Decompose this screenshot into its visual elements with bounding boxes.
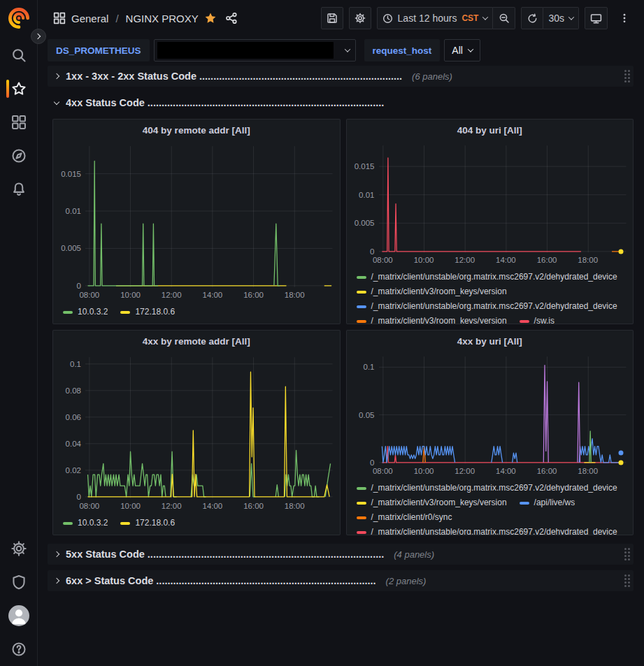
panel-title[interactable]: 4xx by remote addr [All] (53, 331, 340, 352)
y-axis-labels: 00.050.1 (352, 354, 379, 465)
chevron-down-icon (482, 14, 488, 20)
panel-404-by-uri: 404 by uri [All] 00.0050.010.015 08:0010… (346, 119, 634, 324)
legend-item[interactable]: 172.18.0.6 (120, 305, 175, 319)
row-5xx[interactable]: 5xx Status Code ........................… (48, 544, 634, 565)
row-panel-count: (2 panels) (386, 576, 427, 586)
row-4xx[interactable]: 4xx Status Code ........................… (48, 92, 634, 113)
y-tick-label: 0.08 (66, 386, 81, 395)
save-dashboard-button[interactable] (321, 7, 343, 29)
panel-404-by-remote-addr: 404 by remote addr [All] 00.0050.010.015… (52, 119, 341, 324)
x-axis-labels: 08:0010:0012:0014:0016:0018:00 (85, 290, 333, 303)
chevron-right-icon (54, 73, 59, 79)
top-navbar: General / NGINX PROXY (38, 0, 644, 36)
panel-title[interactable]: 4xx by uri [All] (347, 331, 634, 352)
active-section-indicator (6, 80, 9, 98)
sidebar-bottom-group (0, 532, 37, 666)
legend-item[interactable]: 10.0.3.2 (63, 516, 108, 530)
variable-label[interactable]: DS_PROMETHEUS (48, 39, 150, 61)
legend-item[interactable]: /_matrix/client/unstable/org.matrix.msc2… (357, 525, 617, 535)
legend-item[interactable]: /_matrix/client/unstable/org.matrix.msc2… (357, 481, 617, 495)
variable-value-dropdown[interactable]: All (444, 39, 480, 61)
chart-plot[interactable] (85, 354, 333, 500)
panel-title[interactable]: 404 by uri [All] (347, 120, 634, 140)
series-color-swatch (357, 531, 366, 534)
share-icon[interactable] (225, 12, 238, 24)
breadcrumb-dashboard[interactable]: NGINX PROXY (126, 13, 199, 24)
legend-item[interactable]: /_matrix/client/unstable/org.matrix.msc2… (357, 270, 617, 284)
y-tick-label: 0.05 (359, 411, 374, 419)
legend-item[interactable]: 10.0.3.2 (63, 305, 108, 319)
chevron-down-icon (54, 99, 59, 105)
row-drag-handle[interactable] (624, 548, 627, 550)
x-tick-label: 14:00 (202, 291, 222, 299)
sidebar-item-explore[interactable] (0, 139, 38, 173)
chevron-down-icon (568, 14, 574, 20)
zoom-out-time-button[interactable] (493, 7, 515, 29)
row-drag-handle[interactable] (624, 70, 627, 72)
chevron-down-icon (468, 46, 473, 52)
variable-value-dropdown[interactable] (154, 39, 356, 61)
series-color-swatch (357, 487, 366, 490)
sidebar-expand-button[interactable] (31, 29, 46, 44)
legend-item[interactable]: /_matrix/client/v3/room_keys/version (357, 314, 507, 324)
x-axis-labels: 08:0010:0012:0014:0016:0018:00 (85, 501, 333, 514)
refresh-icon (527, 13, 538, 24)
legend-label: /api/live/ws (534, 495, 575, 510)
x-tick-label: 12:00 (455, 467, 475, 475)
sidebar-item-starred[interactable] (0, 72, 38, 106)
time-range-picker[interactable]: Last 12 hours CST (377, 7, 494, 29)
tv-mode-button[interactable] (585, 7, 608, 29)
panel-title[interactable]: 404 by remote addr [All] (53, 120, 340, 140)
x-tick-label: 16:00 (537, 467, 557, 475)
series-color-swatch (120, 522, 130, 525)
search-icon[interactable] (0, 38, 38, 72)
legend-item[interactable]: /_matrix/client/v3/room_keys/version (357, 284, 507, 299)
sidebar-item-help[interactable] (0, 632, 38, 666)
gear-icon (355, 13, 366, 24)
series-color-swatch (357, 320, 366, 323)
row-drag-handle[interactable] (624, 574, 627, 577)
refresh-interval-picker[interactable]: 30s (543, 7, 579, 29)
x-tick-label: 18:00 (285, 291, 305, 299)
legend-item[interactable]: /_matrix/client/unstable/org.matrix.msc2… (357, 299, 617, 314)
legend-item[interactable]: /_matrix/client/r0/sync (357, 510, 452, 525)
sidebar-item-configuration[interactable] (0, 532, 38, 565)
row-1xx-3xx-2xx[interactable]: 1xx - 3xx - 2xx Status Code ............… (48, 66, 634, 87)
dashboard-settings-button[interactable] (349, 7, 371, 29)
legend-item[interactable]: /api/live/ws (520, 495, 575, 510)
row-panel-count: (6 panels) (412, 71, 452, 82)
legend-label: 172.18.0.6 (135, 305, 175, 319)
grafana-logo[interactable] (0, 0, 37, 36)
legend-item[interactable]: /sw.js (520, 314, 554, 324)
y-tick-label: 0 (77, 282, 81, 290)
row-title: 6xx > Status Code ......................… (66, 575, 376, 586)
user-avatar[interactable] (0, 599, 38, 632)
refresh-button[interactable] (521, 7, 543, 29)
legend-label: /_matrix/client/unstable/org.matrix.msc2… (371, 481, 617, 495)
legend-label: /_matrix/client/unstable/org.matrix.msc2… (371, 270, 617, 284)
sidebar-item-dashboards[interactable] (0, 106, 38, 139)
y-tick-label: 0.04 (66, 440, 81, 448)
x-tick-label: 08:00 (373, 467, 393, 475)
variable-label[interactable]: request_host (364, 39, 441, 61)
sidebar-item-alerting[interactable] (0, 173, 38, 206)
chart-plot[interactable] (379, 143, 627, 254)
x-tick-label: 10:00 (414, 467, 434, 475)
series-color-swatch (520, 320, 529, 323)
kebab-menu-button[interactable] (613, 7, 636, 29)
x-tick-label: 10:00 (120, 291, 141, 299)
row-6xx[interactable]: 6xx > Status Code ......................… (48, 570, 634, 591)
chart-plot[interactable] (85, 143, 333, 289)
y-tick-label: 0.1 (364, 363, 375, 371)
chart-plot[interactable] (379, 354, 627, 465)
legend-item[interactable]: 172.18.0.6 (120, 516, 175, 530)
sidebar-item-server-admin[interactable] (0, 565, 38, 599)
chevron-right-icon (35, 34, 41, 39)
favorite-star-icon[interactable] (204, 12, 217, 24)
x-tick-label: 12:00 (455, 256, 475, 264)
x-tick-label: 16:00 (537, 256, 557, 264)
breadcrumb-folder[interactable]: General (71, 13, 108, 24)
row-title: 1xx - 3xx - 2xx Status Code ............… (66, 71, 402, 82)
legend-item[interactable]: /_matrix/client/v3/room_keys/version (357, 495, 507, 510)
y-tick-label: 0.015 (61, 170, 81, 178)
